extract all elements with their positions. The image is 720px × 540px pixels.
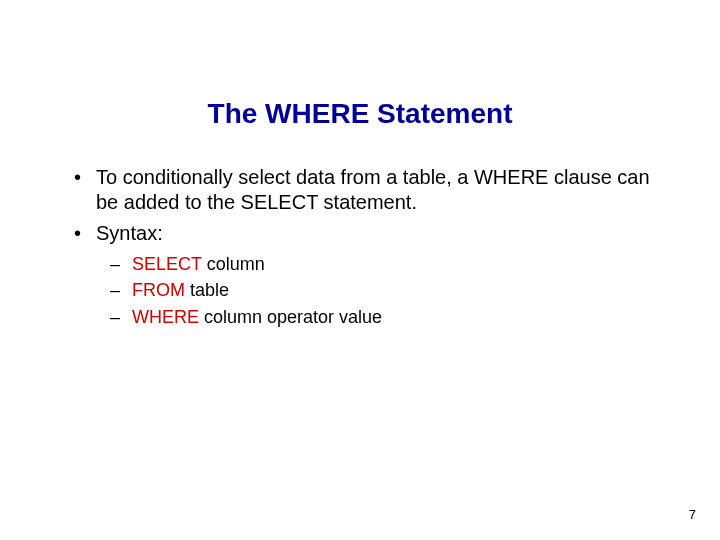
sql-fragment: column	[202, 254, 265, 274]
syntax-list: SELECT column FROM table WHERE column op…	[96, 252, 658, 329]
sql-fragment: table	[185, 280, 229, 300]
bullet-text: To conditionally select data from a tabl…	[96, 166, 650, 213]
sql-fragment: column operator value	[199, 307, 382, 327]
syntax-line: WHERE column operator value	[96, 305, 658, 329]
syntax-line: SELECT column	[96, 252, 658, 276]
slide-title: The WHERE Statement	[0, 98, 720, 130]
slide: The WHERE Statement To conditionally sel…	[0, 0, 720, 540]
bullet-item: Syntax: SELECT column FROM table WHERE c…	[68, 221, 658, 329]
bullet-list: To conditionally select data from a tabl…	[68, 165, 658, 329]
sql-keyword: SELECT	[132, 254, 202, 274]
bullet-item: To conditionally select data from a tabl…	[68, 165, 658, 215]
syntax-line: FROM table	[96, 278, 658, 302]
sql-keyword: FROM	[132, 280, 185, 300]
bullet-text: Syntax:	[96, 222, 163, 244]
slide-body: To conditionally select data from a tabl…	[68, 165, 658, 335]
page-number: 7	[689, 507, 696, 522]
sql-keyword: WHERE	[132, 307, 199, 327]
